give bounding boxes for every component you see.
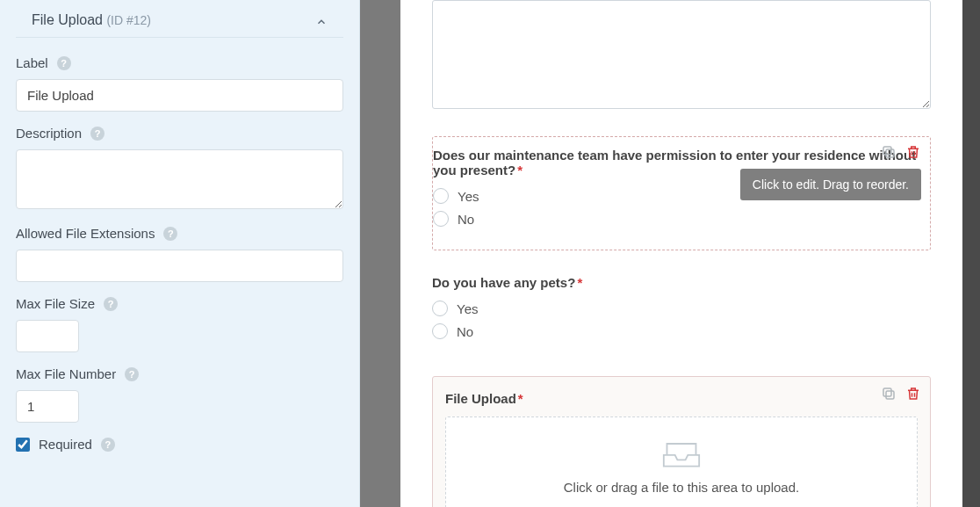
panel-id-label: (ID #12) — [106, 13, 151, 27]
form-field-pets[interactable]: Do you have any pets?* Yes No — [432, 264, 931, 362]
form-preview-area: Click to edit. Drag to reorder. Does our… — [400, 0, 980, 507]
required-asterisk: * — [517, 163, 522, 177]
help-icon[interactable]: ? — [125, 367, 139, 381]
field-actions: Click to edit. Drag to reorder. — [881, 144, 921, 160]
field-actions — [881, 386, 921, 402]
svg-rect-1 — [883, 147, 891, 155]
required-asterisk: * — [577, 275, 582, 290]
right-stripe — [962, 0, 980, 507]
help-icon[interactable]: ? — [104, 297, 118, 311]
radio-icon — [432, 301, 448, 316]
description-textarea[interactable] — [16, 149, 343, 209]
required-asterisk: * — [518, 391, 523, 406]
help-icon[interactable]: ? — [57, 56, 71, 70]
help-icon[interactable]: ? — [101, 438, 115, 452]
allowed-ext-input[interactable] — [16, 250, 343, 282]
help-icon[interactable]: ? — [163, 227, 177, 241]
label-field-label: Label — [16, 55, 48, 70]
preview-textarea[interactable] — [432, 0, 931, 109]
description-field-label: Description — [16, 126, 82, 141]
radio-label: No — [458, 212, 474, 227]
dropzone-text: Click or drag a file to this area to upl… — [457, 480, 906, 495]
svg-rect-0 — [886, 149, 894, 157]
max-size-input[interactable] — [16, 320, 79, 352]
duplicate-icon[interactable] — [881, 386, 897, 402]
allowed-ext-field-label: Allowed File Extensions — [16, 226, 155, 241]
field-settings-sidebar: File Upload (ID #12) Label ? Description… — [0, 0, 360, 507]
form-field-file-upload[interactable]: File Upload* Click or drag a file to thi… — [432, 376, 931, 507]
field-allowed-ext-group: Allowed File Extensions ? — [0, 226, 359, 296]
pets-label: Do you have any pets?* — [432, 275, 919, 290]
file-dropzone[interactable]: Click or drag a file to this area to upl… — [445, 416, 918, 507]
svg-rect-3 — [883, 388, 891, 396]
trash-icon[interactable] — [905, 144, 921, 160]
trash-icon[interactable] — [905, 386, 921, 402]
form-field-maintenance[interactable]: Click to edit. Drag to reorder. Does our… — [432, 136, 931, 250]
required-checkbox-row: Required ? — [0, 437, 359, 466]
field-max-number-group: Max File Number ? — [0, 366, 359, 437]
divider-column — [360, 0, 400, 507]
field-label-group: Label ? — [0, 55, 359, 126]
radio-option-no[interactable]: No — [432, 323, 919, 339]
field-max-size-group: Max File Size ? — [0, 296, 359, 366]
radio-option-yes[interactable]: Yes — [432, 301, 919, 316]
inbox-icon — [662, 438, 701, 468]
radio-option-no[interactable]: No — [433, 211, 918, 227]
field-description-group: Description ? — [0, 126, 359, 226]
radio-icon — [432, 323, 448, 339]
file-upload-label: File Upload* — [445, 391, 918, 406]
edit-reorder-tooltip: Click to edit. Drag to reorder. — [740, 169, 921, 200]
radio-icon — [433, 211, 449, 227]
max-number-input[interactable] — [16, 390, 79, 423]
required-checkbox[interactable] — [16, 438, 30, 452]
svg-rect-2 — [886, 391, 894, 399]
chevron-down-icon[interactable] — [315, 13, 328, 28]
duplicate-icon[interactable] — [881, 144, 897, 160]
radio-label: Yes — [457, 301, 478, 316]
radio-label: No — [457, 324, 473, 339]
max-size-field-label: Max File Size — [16, 296, 95, 311]
radio-icon — [433, 188, 449, 204]
label-input[interactable] — [16, 79, 343, 112]
required-label: Required — [39, 437, 92, 452]
help-icon[interactable]: ? — [90, 127, 104, 141]
preview-card: Click to edit. Drag to reorder. Does our… — [400, 0, 962, 507]
panel-title: File Upload (ID #12) — [32, 12, 151, 28]
panel-header[interactable]: File Upload (ID #12) — [16, 0, 343, 38]
radio-label: Yes — [458, 189, 479, 204]
max-number-field-label: Max File Number — [16, 366, 116, 381]
